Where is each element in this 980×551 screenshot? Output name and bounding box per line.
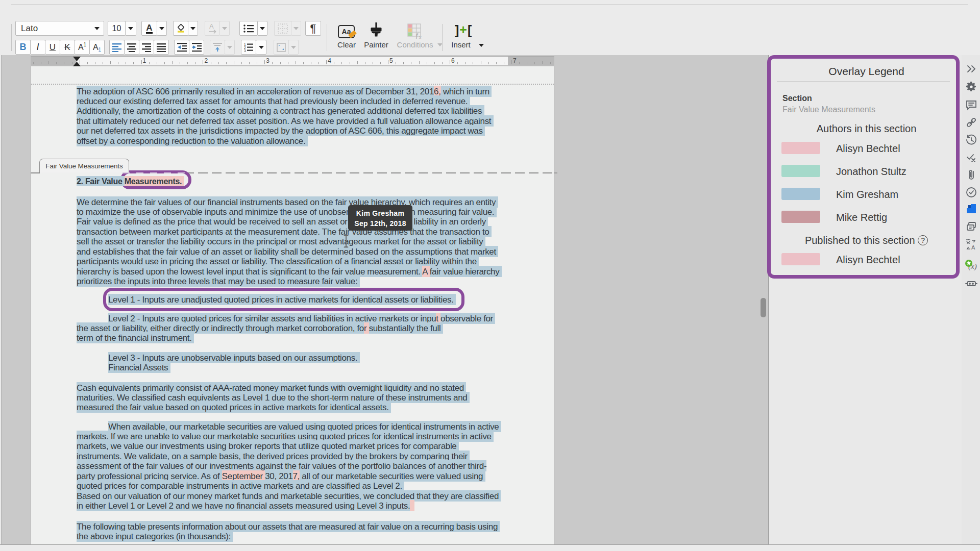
svg-text:A: A (209, 22, 214, 30)
svg-text:3: 3 (244, 48, 246, 52)
svg-text:A: A (971, 244, 975, 251)
svg-text:x: x (419, 34, 422, 39)
